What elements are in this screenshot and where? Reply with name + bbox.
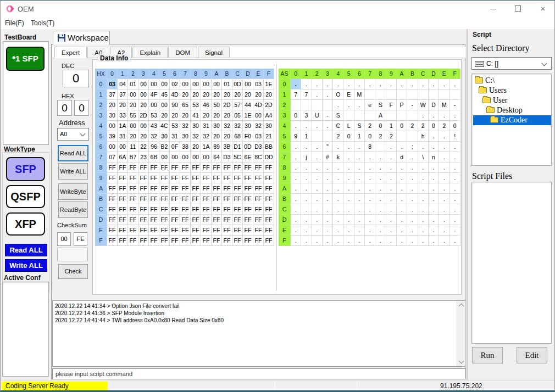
ascii-cell[interactable]: .: [397, 236, 407, 246]
hex-cell[interactable]: FF: [118, 183, 128, 194]
active-conf-listbox[interactable]: [2, 282, 49, 377]
hex-cell[interactable]: 00: [191, 152, 201, 163]
ascii-cell[interactable]: .: [343, 142, 354, 152]
hex-cell[interactable]: FF: [222, 183, 232, 194]
ascii-cell[interactable]: .: [354, 236, 365, 246]
ascii-cell[interactable]: .: [375, 183, 386, 194]
ascii-cell[interactable]: .: [323, 121, 333, 131]
hex-cell[interactable]: FF: [149, 183, 159, 194]
tab-workspace[interactable]: Workspace: [53, 31, 110, 44]
hex-cell[interactable]: 3B: [222, 142, 232, 152]
ascii-cell[interactable]: .: [407, 173, 418, 183]
ascii-cell[interactable]: .: [386, 183, 397, 194]
hex-cell[interactable]: 20: [128, 131, 138, 142]
hex-cell[interactable]: FF: [118, 163, 128, 173]
hex-cell[interactable]: FF: [243, 204, 253, 215]
ascii-cell[interactable]: .: [375, 215, 386, 225]
ascii-cell[interactable]: 2: [439, 121, 449, 131]
read-all-button[interactable]: Read ALL: [58, 145, 88, 161]
hex-cell[interactable]: FF: [253, 215, 264, 225]
hex-cell[interactable]: 32: [149, 131, 159, 142]
ascii-cell[interactable]: .: [449, 236, 460, 246]
ascii-cell[interactable]: .: [312, 142, 323, 152]
ascii-cell[interactable]: .: [354, 215, 365, 225]
hex-cell[interactable]: 03: [253, 131, 264, 142]
ascii-cell[interactable]: .: [333, 173, 343, 183]
hex-cell[interactable]: 00: [180, 79, 191, 89]
ascii-cell[interactable]: U: [312, 110, 323, 121]
worktype-xfp-button[interactable]: XFP: [6, 212, 45, 236]
ascii-cell[interactable]: .: [386, 142, 397, 152]
ascii-cell[interactable]: 0: [291, 110, 301, 121]
ascii-cell[interactable]: .: [291, 215, 301, 225]
hex-cell[interactable]: 00: [159, 152, 170, 163]
hex-cell[interactable]: FF: [191, 236, 201, 246]
read-byte-button[interactable]: ReadByte: [58, 201, 88, 218]
ascii-cell[interactable]: .: [365, 173, 375, 183]
ascii-cell[interactable]: .: [397, 225, 407, 236]
ascii-cell[interactable]: .: [439, 194, 449, 204]
ascii-cell[interactable]: .: [449, 225, 460, 236]
hex-cell[interactable]: F0: [243, 131, 253, 142]
hex-cell[interactable]: 00: [128, 89, 138, 100]
hex-cell[interactable]: FF: [180, 173, 191, 183]
hex-cell[interactable]: FF: [180, 163, 191, 173]
ascii-cell[interactable]: .: [343, 183, 354, 194]
board-slot-button[interactable]: *1 SFP: [6, 47, 45, 71]
hex-cell[interactable]: 20: [138, 100, 149, 110]
hex-cell[interactable]: FF: [201, 225, 212, 236]
ascii-cell[interactable]: [365, 89, 375, 100]
hex-cell[interactable]: FF: [232, 204, 243, 215]
hex-cell[interactable]: FF: [212, 173, 222, 183]
hex-cell[interactable]: 30: [107, 110, 118, 121]
hex-cell[interactable]: 20: [232, 89, 243, 100]
ascii-cell[interactable]: F: [386, 100, 397, 110]
hex-cell[interactable]: 11: [128, 142, 138, 152]
hex-cell[interactable]: 02: [170, 79, 180, 89]
hex-cell[interactable]: 05: [232, 110, 243, 121]
ascii-cell[interactable]: .: [418, 183, 429, 194]
scroll-up-icon[interactable]: [459, 304, 464, 309]
hex-cell[interactable]: FF: [107, 173, 118, 183]
hex-cell[interactable]: FF: [128, 194, 138, 204]
hex-cell[interactable]: 2D: [222, 100, 232, 110]
ascii-cell[interactable]: .: [375, 225, 386, 236]
hex-cell[interactable]: 20: [253, 89, 264, 100]
hex-cell[interactable]: 20: [243, 89, 253, 100]
ascii-cell[interactable]: .: [301, 163, 312, 173]
ascii-cell[interactable]: .: [301, 194, 312, 204]
hex-cell[interactable]: 55: [128, 110, 138, 121]
hex-cell[interactable]: 20: [180, 89, 191, 100]
script-files-listbox[interactable]: [471, 182, 552, 344]
hex-cell[interactable]: FF: [212, 183, 222, 194]
hex-cell[interactable]: 0F: [170, 142, 180, 152]
hex-cell[interactable]: FF: [159, 204, 170, 215]
ascii-cell[interactable]: .: [429, 79, 439, 89]
hex-cell[interactable]: FF: [170, 225, 180, 236]
ascii-cell[interactable]: 2: [418, 121, 429, 131]
hex-cell[interactable]: FF: [180, 183, 191, 194]
ascii-cell[interactable]: .: [291, 79, 301, 89]
hex-cell[interactable]: FF: [159, 236, 170, 246]
ascii-cell[interactable]: #: [323, 152, 333, 163]
hex-cell[interactable]: FF: [253, 225, 264, 236]
ascii-cell[interactable]: h: [418, 131, 429, 142]
grid-splitter[interactable]: [276, 64, 277, 290]
hex-cell[interactable]: FF: [243, 173, 253, 183]
hex-cell[interactable]: 00: [201, 152, 212, 163]
subtab-explain[interactable]: Explain: [132, 47, 168, 58]
hex-cell[interactable]: 89: [212, 142, 222, 152]
hex-cell[interactable]: 57: [232, 100, 243, 110]
hex-cell[interactable]: 5C: [232, 152, 243, 163]
ascii-cell[interactable]: .: [439, 225, 449, 236]
hex-cell[interactable]: 90: [170, 100, 180, 110]
ascii-cell[interactable]: S: [354, 121, 365, 131]
hex-cell[interactable]: FF: [222, 204, 232, 215]
hex-cell[interactable]: FF: [118, 225, 128, 236]
ascii-cell[interactable]: [301, 100, 312, 110]
ascii-cell[interactable]: .: [386, 236, 397, 246]
ascii-cell[interactable]: .: [439, 215, 449, 225]
ascii-cell[interactable]: .: [354, 142, 365, 152]
hex-cell[interactable]: 20: [212, 110, 222, 121]
hex-cell[interactable]: FF: [264, 194, 274, 204]
